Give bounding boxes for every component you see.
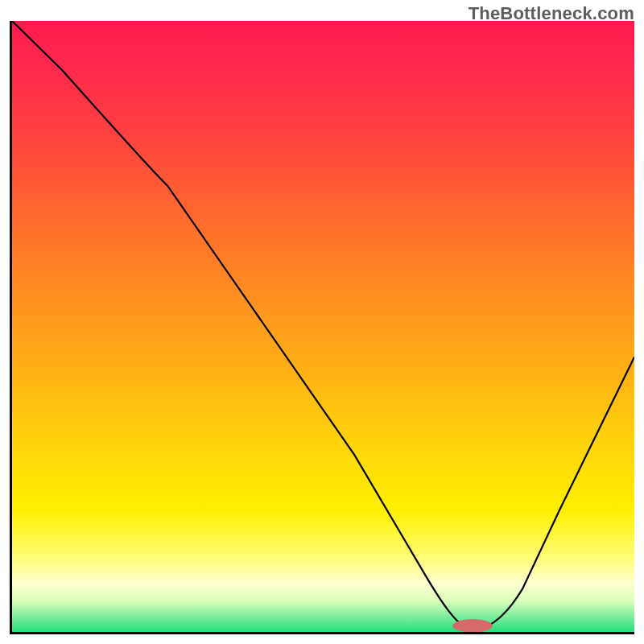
plot-area — [10, 21, 634, 634]
background-gradient — [12, 21, 634, 632]
chart-canvas: TheBottleneck.com — [0, 0, 644, 644]
